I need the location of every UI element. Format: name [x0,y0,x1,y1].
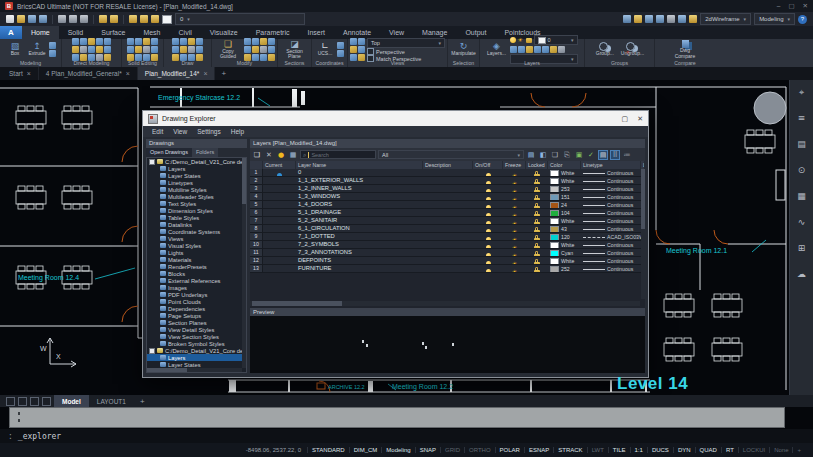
status-toggle[interactable]: RT [721,447,738,453]
layer-dropdown[interactable]: 0 [175,13,305,25]
tool-icon[interactable] [337,50,344,57]
layout-icon[interactable] [42,397,51,406]
tool-icon[interactable] [188,46,195,53]
layer-row[interactable]: 7 5_2_SANITAIR White Continuous [250,217,645,225]
tool-icon[interactable] [196,46,203,53]
menu-item[interactable]: Settings [192,128,226,135]
tool-icon[interactable] [550,46,557,53]
column-header[interactable]: Locked [526,161,548,169]
layer-description[interactable] [423,193,473,200]
print-icon[interactable] [58,15,66,23]
layer-name[interactable]: 7_1_DOTTED [296,233,423,240]
merge-layer-icon[interactable]: ▣ [574,150,584,160]
linetype-cell[interactable]: Continuous [581,185,641,192]
layer-name[interactable]: 0 [296,169,423,176]
freeze-cell[interactable] [503,201,526,208]
layer-on-icon[interactable] [510,37,516,43]
layer-state-icon[interactable]: ▤ [526,150,536,160]
tool-icon[interactable] [80,46,87,53]
status-toggle[interactable]: + [792,447,805,453]
layer-description[interactable] [423,169,473,176]
layer-row[interactable]: 10 7_2_SYMBOLS White Continuous [250,241,645,249]
freeze-cell[interactable] [503,265,526,272]
workspace-dropdown[interactable]: Modeling [754,13,795,25]
lock-cell[interactable] [526,185,548,192]
tool-icon[interactable] [127,38,134,45]
tool-icon[interactable] [180,38,187,45]
tool-icon[interactable] [88,46,95,53]
open-file-icon[interactable] [17,15,25,23]
tree-item[interactable]: Dimension Styles [147,207,246,214]
new-tab-button[interactable]: + [215,67,232,80]
tree-item[interactable]: Text Styles [147,200,246,207]
linetype-cell[interactable]: Continuous [581,257,641,264]
tool-icon[interactable] [268,38,275,45]
linetype-cell[interactable]: Continuous [581,217,641,224]
status-toggle[interactable]: DIM_CM [349,447,382,453]
tree-item[interactable]: Multileader Styles [147,193,246,200]
minimize-icon[interactable]: – [777,2,781,10]
status-toggle[interactable]: STRACK [553,447,586,453]
current-cell[interactable] [263,233,296,240]
tree-item[interactable]: Table Styles [147,214,246,221]
tree-item[interactable]: View Detail Styles [147,326,246,333]
isolate-layer-icon[interactable]: ◧ [538,150,548,160]
ribbon-tab[interactable]: Insert [298,26,334,39]
linetype-cell[interactable]: Continuous [581,201,641,208]
command-history[interactable] [9,407,785,428]
layers-button[interactable]: ◈ Layers... [487,42,507,57]
model-space-icon[interactable] [6,397,15,406]
tool-icon[interactable] [526,46,533,53]
layer-row[interactable]: 13 FURNITURE 252 Continuous [250,265,645,273]
color-cell[interactable]: 151 [548,193,581,200]
tree-item[interactable]: Layer States [147,172,246,179]
menu-item[interactable]: Help [226,128,249,135]
status-toggle[interactable]: LWT [587,447,608,453]
box-button[interactable]: ▧ Box [5,42,25,57]
layer-freeze-icon[interactable] [518,37,524,43]
column-header[interactable]: Layer Name [296,161,423,169]
close-icon[interactable]: ✕ [637,115,643,123]
ucs-icon-toggle[interactable] [634,15,642,23]
layout-icon[interactable] [18,397,27,406]
maximize-icon[interactable]: ▢ [622,115,629,123]
layer-row[interactable]: 5 1_4_DOORS 24 Continuous [250,201,645,209]
tree-item[interactable]: Materials [147,256,246,263]
column-header[interactable]: On/Off [473,161,503,169]
color-cell[interactable]: White [548,177,581,184]
freeze-cell[interactable] [503,257,526,264]
onoff-cell[interactable] [473,201,503,208]
layer-description[interactable] [423,241,473,248]
current-cell[interactable] [263,257,296,264]
layer-filter-dropdown[interactable]: All [378,150,524,159]
current-color-swatch[interactable] [162,15,172,24]
preview-icon[interactable] [80,15,88,23]
current-cell[interactable] [263,217,296,224]
color-cell[interactable]: White [548,241,581,248]
layer-row[interactable]: 4 1_3_WINDOWS 151 Continuous [250,193,645,201]
tree-item[interactable]: C:/Demo_Detail_V21_Core dev [147,158,246,165]
layer-name[interactable]: 1_1_EXTERIOR_WALLS [296,177,423,184]
extrude-button[interactable]: ↥ Extrude [27,42,47,57]
layout-tab[interactable]: Model [54,395,89,407]
lock-cell[interactable] [526,225,548,232]
linetype-cell[interactable]: Continuous [581,177,641,184]
drawing-canvas[interactable]: W X Emergency Staircase 12.2 Meeting Roo… [0,80,813,395]
properties-icon[interactable]: ≡ [798,114,806,123]
redo-icon[interactable] [110,15,118,23]
manipulate-button[interactable]: ↻ Manipulate [451,42,475,57]
linetype-cell[interactable]: Continuous [581,225,641,232]
tree-item[interactable]: Views [147,235,246,242]
plot-icon[interactable] [69,15,77,23]
tool-icon[interactable] [252,38,259,45]
layer-description[interactable] [423,185,473,192]
maximize-icon[interactable]: ▢ [788,2,794,10]
dialog-titlebar[interactable]: Drawing Explorer ▢✕ [143,111,648,127]
tool-icon[interactable] [350,46,357,53]
current-cell[interactable] [263,225,296,232]
lock-cell[interactable] [526,241,548,248]
lock-cell[interactable] [526,169,548,176]
current-cell[interactable] [263,169,296,176]
tool-icon[interactable] [534,46,541,53]
tool-icon[interactable] [358,46,365,53]
